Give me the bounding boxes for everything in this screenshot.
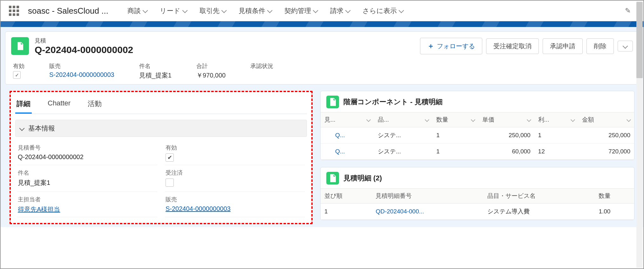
caret-down-icon — [623, 44, 627, 48]
col-rate[interactable]: 利... — [534, 112, 578, 127]
cell: 60,000 — [478, 144, 534, 160]
field-label: 見積番号 — [18, 144, 157, 151]
chevron-down-icon[interactable] — [345, 9, 350, 12]
col-lineno[interactable]: 見積明細番号 — [372, 189, 483, 204]
follow-button[interactable]: ＋ フォローする — [420, 38, 482, 54]
field-value: ￥970,000 — [196, 71, 226, 80]
col-qty[interactable]: 数量 — [432, 112, 478, 127]
table-row[interactable]: Q... システ... 1 60,000 12 720,000 — [321, 144, 634, 160]
follow-label: フォローする — [437, 42, 475, 50]
plus-icon: ＋ — [427, 41, 434, 51]
summary-field-approval: 承認状況 — [250, 62, 273, 71]
app-launcher-icon[interactable] — [9, 6, 19, 16]
nav-label: リード — [160, 6, 180, 15]
chevron-down-icon — [571, 118, 574, 121]
chevron-down-icon[interactable] — [143, 9, 147, 12]
nav-item-lead[interactable]: リード — [160, 6, 187, 15]
cell: 1 — [534, 127, 578, 144]
summary-field-active: 有効 ✓ — [13, 62, 24, 79]
chevron-down-icon[interactable] — [313, 9, 317, 12]
summary-field-sales: 販売 S-202404-0000000003 — [49, 62, 114, 78]
col-order[interactable]: 並び順 — [321, 189, 372, 204]
col-item[interactable]: 品... — [374, 112, 432, 127]
nav-label: 契約管理 — [284, 6, 311, 15]
chevron-down-icon[interactable] — [267, 9, 272, 12]
nav-label: 取引先 — [200, 6, 220, 15]
nav-item-billing[interactable]: 請求 — [330, 6, 350, 15]
cell: システ... — [374, 127, 432, 144]
field-label: 件名 — [139, 62, 172, 70]
cell: 1 — [321, 204, 372, 220]
hierarchy-panel: 階層コンポーネント - 見積明細 見... 品... 数量 単価 利... 金額 — [320, 91, 634, 160]
nav-item-quote-condition[interactable]: 見積条件 — [239, 6, 272, 15]
chevron-down-icon[interactable] — [399, 9, 403, 12]
highlighted-detail-region: 詳細 Chatter 活動 基本情報 見積番号 Q-202404-0000000… — [10, 91, 313, 224]
nav-item-account[interactable]: 取引先 — [200, 6, 226, 15]
delete-button[interactable]: 削除 — [586, 38, 614, 54]
col-label: 見... — [324, 116, 336, 124]
nav-item-more[interactable]: さらに表示 — [363, 6, 403, 15]
sales-link[interactable]: S-202404-0000000003 — [49, 71, 114, 78]
vertical-scrollbar[interactable] — [636, 1, 643, 268]
cell: 720,000 — [578, 144, 634, 160]
chevron-down-icon[interactable] — [182, 9, 187, 12]
cell: 1.00 — [595, 204, 634, 220]
nav-label: 見積条件 — [239, 6, 265, 15]
quote-line-icon — [326, 172, 339, 185]
col-product[interactable]: 品目・サービス名 — [484, 189, 595, 204]
col-price[interactable]: 単価 — [478, 112, 534, 127]
app-title[interactable]: soasc - SalesCloud ... — [28, 6, 108, 16]
owner-link[interactable]: 得意先A様担当 — [18, 206, 60, 213]
col-label: 数量 — [436, 116, 448, 124]
field-value: Q-202404-0000000002 — [18, 153, 157, 161]
cell: 250,000 — [478, 127, 534, 144]
panel-title[interactable]: 見積明細 (2) — [343, 173, 382, 183]
col-label: 品... — [378, 116, 389, 124]
col-label: 数量 — [599, 192, 611, 199]
panel-title: 階層コンポーネント - 見積明細 — [343, 97, 443, 107]
nav-label: さらに表示 — [363, 6, 397, 15]
section-title: 基本情報 — [28, 124, 55, 133]
pencil-icon[interactable]: ✎ — [625, 7, 631, 15]
col-label: 見積明細番号 — [376, 192, 412, 199]
field-sales: 販売 S-202404-0000000003 — [165, 193, 305, 217]
tab-activity[interactable]: 活動 — [86, 95, 103, 114]
submit-approval-button[interactable]: 承認申請 — [543, 38, 583, 54]
col-amount[interactable]: 金額 — [578, 112, 634, 127]
checkbox-checked-icon: ✔ — [166, 153, 174, 162]
nav-item-opportunity[interactable]: 商談 — [127, 6, 147, 15]
field-owner: 主担当者 得意先A様担当 — [17, 193, 157, 217]
col-label: 単価 — [482, 116, 494, 124]
cell: 1 — [432, 144, 478, 160]
sales-link[interactable]: S-202404-0000000003 — [166, 205, 231, 212]
more-actions-button[interactable] — [618, 41, 633, 51]
row-link[interactable]: Q... — [335, 148, 345, 155]
chevron-down-icon[interactable] — [221, 9, 226, 12]
chevron-down-icon — [471, 118, 475, 121]
col-label: 利... — [538, 116, 549, 124]
tab-chatter[interactable]: Chatter — [46, 95, 72, 114]
col-label: 金額 — [582, 116, 594, 124]
section-basic-info[interactable]: 基本情報 — [15, 120, 307, 137]
col-quote[interactable]: 見... — [321, 112, 374, 127]
checkbox-checked-icon: ✓ — [13, 71, 21, 79]
table-row[interactable]: Q... システ... 1 250,000 1 250,000 — [321, 127, 634, 144]
cell: 250,000 — [578, 127, 634, 144]
tab-detail[interactable]: 詳細 — [15, 95, 32, 114]
col-qty[interactable]: 数量 — [595, 189, 634, 204]
field-label: 有効 — [166, 144, 304, 151]
nav-item-contract[interactable]: 契約管理 — [284, 6, 317, 15]
table-row[interactable]: 1 QD-202404-000... システム導入費 1.00 — [321, 204, 634, 220]
nav-label: 商談 — [127, 6, 141, 15]
summary-field-total: 合計 ￥970,000 — [196, 62, 226, 80]
field-label: 件名 — [18, 169, 157, 177]
scrollbar-thumb[interactable] — [636, 2, 643, 78]
nav-label: 請求 — [330, 6, 343, 15]
row-link[interactable]: Q... — [335, 132, 345, 138]
cancel-order-button[interactable]: 受注確定取消 — [486, 38, 539, 54]
col-label: 品目・サービス名 — [487, 192, 536, 199]
lineitem-link[interactable]: QD-202404-000... — [376, 208, 424, 215]
chevron-down-icon — [627, 118, 630, 121]
cell: 12 — [534, 144, 578, 160]
checkbox-unchecked-icon — [166, 178, 174, 187]
